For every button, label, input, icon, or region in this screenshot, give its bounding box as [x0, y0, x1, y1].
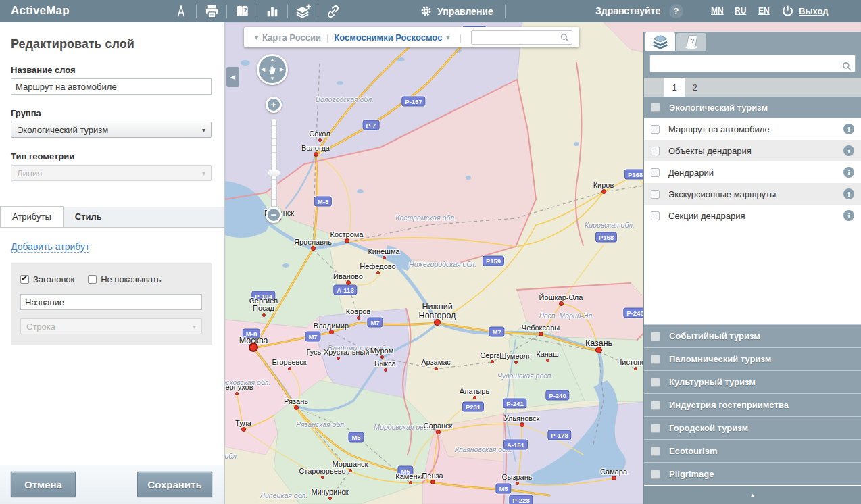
page-button[interactable]: 1: [664, 78, 685, 97]
info-icon[interactable]: i: [843, 210, 854, 221]
page-button[interactable]: 2: [685, 78, 705, 97]
base-layer-caret-icon[interactable]: ▾: [255, 34, 258, 41]
group-header-collapsed[interactable]: Событийный туризм: [644, 324, 861, 347]
save-button[interactable]: Сохранить: [137, 472, 212, 497]
tab-layers[interactable]: [645, 32, 675, 51]
group-layers: Маршрут на автомобиле i Объекты дендрари…: [644, 118, 861, 226]
group-name: Культурный туризм: [669, 377, 756, 387]
group-header-collapsed[interactable]: Pilgrimage: [644, 462, 861, 485]
layer-row[interactable]: Экскурсионные маршруты i: [644, 183, 861, 205]
info-icon[interactable]: i: [843, 124, 854, 134]
pan-right-icon[interactable]: ▶: [280, 67, 284, 72]
group-checkbox[interactable]: [651, 401, 660, 410]
add-layer-icon[interactable]: [293, 3, 313, 20]
management-label: Управление: [437, 6, 493, 17]
print-icon[interactable]: [201, 3, 222, 20]
attribute-name-input[interactable]: [20, 294, 202, 310]
group-checkbox[interactable]: [651, 103, 660, 112]
group-header-collapsed[interactable]: Индустрия гостеприимства: [644, 393, 861, 416]
group-name: Событийный туризм: [669, 331, 760, 341]
management-menu[interactable]: Управление: [420, 0, 493, 22]
pan-up-icon[interactable]: ▲: [270, 57, 275, 63]
app-logo: ActiveMap: [11, 4, 70, 18]
link-icon[interactable]: [323, 3, 343, 20]
layer-checkbox[interactable]: [651, 190, 660, 199]
attribute-card: Заголовок Не показывать Строка ▾: [11, 263, 212, 345]
layer-row[interactable]: Секции дендрария i: [644, 205, 861, 226]
layer-row[interactable]: Маршрут на автомобиле i: [644, 118, 861, 140]
pan-control[interactable]: ▲ ▼ ◀ ▶: [257, 54, 288, 85]
zoom-slider-track[interactable]: [271, 118, 277, 213]
layer-name-input[interactable]: [11, 78, 212, 95]
group-checkbox[interactable]: [651, 378, 660, 387]
gear-icon: [420, 5, 432, 17]
group-checkbox[interactable]: [651, 355, 660, 364]
measure-icon[interactable]: [171, 3, 191, 20]
zoom-slider-handle[interactable]: [268, 170, 280, 176]
tab-legend[interactable]: ?: [676, 33, 706, 51]
active-layer-name[interactable]: Космоснимки Роскосмос: [334, 32, 442, 43]
group-header-expanded[interactable]: Экологический туризм: [644, 97, 861, 118]
base-layer-name[interactable]: Карта России: [262, 32, 321, 43]
layer-checkbox[interactable]: [651, 147, 660, 155]
add-attribute-link[interactable]: Добавить атрибут: [11, 241, 89, 253]
search-icon[interactable]: [560, 32, 570, 45]
group-select[interactable]: Экологический туризм ▾: [11, 122, 212, 138]
group-checkbox[interactable]: [651, 424, 660, 433]
hide-checkbox[interactable]: [88, 275, 97, 284]
pan-left-icon[interactable]: ◀: [261, 67, 265, 72]
layer-checkbox[interactable]: [651, 125, 660, 134]
svg-text:?: ?: [243, 6, 247, 14]
layer-checkbox[interactable]: [651, 211, 660, 220]
group-header-collapsed[interactable]: Культурный туризм: [644, 370, 861, 393]
cancel-button[interactable]: Отмена: [11, 472, 76, 497]
power-icon[interactable]: [781, 4, 795, 18]
stats-icon[interactable]: [262, 3, 282, 20]
info-icon[interactable]: i: [843, 167, 854, 178]
search-icon[interactable]: [841, 61, 852, 74]
layer-name: Объекты дендрария: [668, 146, 843, 156]
layers-panel-tabs: ?: [644, 32, 861, 51]
group-checkbox[interactable]: [651, 447, 660, 456]
layer-row[interactable]: Объекты дендрария i: [644, 140, 861, 161]
layer-list: Экологический туризм Маршрут на автомоби…: [644, 97, 861, 324]
collapsed-groups: Событийный туризм Паломнический туризм К…: [644, 324, 861, 485]
map-layer-toolbar: ▾ Карта России | Космоснимки Роскосмос ▾…: [244, 27, 579, 47]
panel-title: Редактировать слой: [11, 37, 214, 51]
active-layer-caret-icon[interactable]: ▾: [446, 34, 449, 41]
zoom-in-button[interactable]: +: [266, 97, 282, 113]
layers-panel: ? 12 Экологический туризм Маршрут на авт…: [643, 32, 861, 504]
map-search-input[interactable]: [471, 30, 572, 45]
help-circle-button[interactable]: ?: [669, 4, 683, 18]
info-icon[interactable]: i: [843, 188, 854, 199]
tab-attributes[interactable]: Атрибуты: [0, 206, 64, 227]
group-checkbox[interactable]: [651, 470, 660, 479]
layer-search-input[interactable]: [649, 55, 856, 72]
group-checkbox[interactable]: [651, 332, 660, 341]
group-header-collapsed[interactable]: Городской туризм: [644, 416, 861, 439]
panel-footer: Отмена Сохранить: [0, 465, 224, 504]
divider: [505, 5, 506, 18]
layer-name: Дендрарий: [668, 168, 843, 178]
lang-ru-link[interactable]: RU: [735, 6, 746, 16]
lang-en-link[interactable]: EN: [758, 6, 770, 16]
help-book-icon[interactable]: ?: [232, 3, 252, 20]
edit-layer-panel: Редактировать слой Название слоя Группа …: [0, 22, 225, 504]
divider: [257, 5, 257, 18]
title-checkbox[interactable]: [20, 275, 29, 284]
tab-style[interactable]: Стиль: [64, 207, 114, 227]
chevron-down-icon: ▾: [202, 126, 205, 134]
collapse-left-panel-button[interactable]: ◀: [226, 67, 239, 87]
layer-row[interactable]: Дендрарий i: [644, 161, 861, 183]
group-header-collapsed[interactable]: Ecotourism: [644, 439, 861, 462]
zoom-out-button[interactable]: −: [266, 207, 282, 223]
info-icon[interactable]: i: [843, 145, 854, 156]
group-header-collapsed[interactable]: Паломнический туризм: [644, 347, 861, 370]
logout-link[interactable]: Выход: [799, 6, 828, 16]
layer-name: Экскурсионные маршруты: [668, 189, 843, 199]
layer-search: [644, 51, 861, 78]
chevron-down-icon: ▾: [202, 170, 205, 177]
layer-checkbox[interactable]: [651, 168, 660, 177]
lang-mn-link[interactable]: MN: [711, 6, 724, 16]
collapse-panel-bar[interactable]: ▲: [644, 485, 861, 504]
